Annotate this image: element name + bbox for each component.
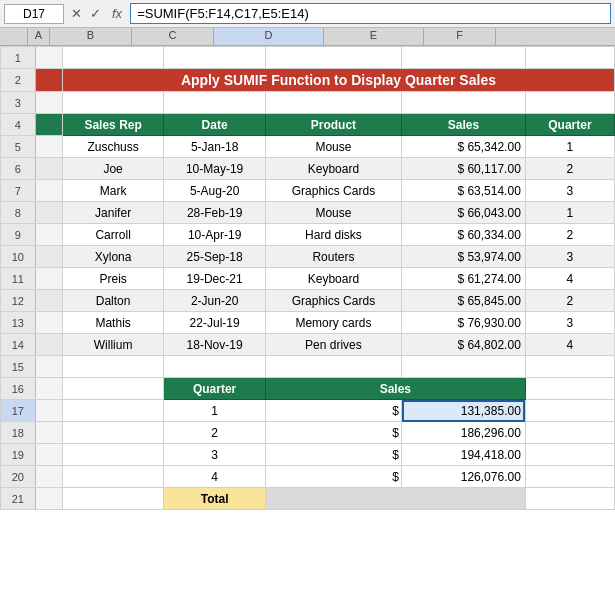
row-17: 17 1 $ 131,385.00 <box>1 400 615 422</box>
row-21: 21 Total <box>1 488 615 510</box>
summary-quarter-4: 4 <box>164 466 266 488</box>
total-value <box>265 488 525 510</box>
summary-value-1[interactable]: 131,385.00 <box>402 400 526 422</box>
rownum-4: 4 <box>1 114 36 136</box>
col-header-d: D <box>214 28 324 45</box>
header-sales: Sales <box>402 114 526 136</box>
header-date: Date <box>164 114 266 136</box>
confirm-icon[interactable]: ✓ <box>87 6 104 21</box>
formula-bar: D17 ✕ ✓ fx =SUMIF(F5:F14,C17,E5:E14) <box>0 0 615 28</box>
table-row: 14 Willium 18-Nov-19 Pen drives $ 64,802… <box>1 334 615 356</box>
header-quarter: Quarter <box>525 114 614 136</box>
rownum-1: 1 <box>1 47 36 69</box>
summary-value-4: 126,076.00 <box>402 466 526 488</box>
summary-quarter-3: 3 <box>164 444 266 466</box>
col-header-e: E <box>324 28 424 45</box>
col-header-a: A <box>28 28 50 45</box>
table-row: 12 Dalton 2-Jun-20 Graphics Cards $ 65,8… <box>1 290 615 312</box>
row-20: 20 4 $ 126,076.00 <box>1 466 615 488</box>
header-sales-rep: Sales Rep <box>62 114 164 136</box>
spreadsheet-title: Apply SUMIF Function to Display Quarter … <box>62 69 614 92</box>
table-row: 8 Janifer 28-Feb-19 Mouse $ 66,043.00 1 <box>1 202 615 224</box>
total-label: Total <box>164 488 266 510</box>
table-row: 11 Preis 19-Dec-21 Keyboard $ 61,274.00 … <box>1 268 615 290</box>
table-row: 10 Xylona 25-Sep-18 Routers $ 53,974.00 … <box>1 246 615 268</box>
spreadsheet-grid: 1 2 Apply SUMIF Function to Display Quar… <box>0 46 615 510</box>
cell-reference-box[interactable]: D17 <box>4 4 64 24</box>
fx-label: fx <box>108 6 126 21</box>
header-product: Product <box>265 114 401 136</box>
summary-value-2: 186,296.00 <box>402 422 526 444</box>
col-header-b: B <box>50 28 132 45</box>
table-row: 5 Zuschuss 5-Jan-18 Mouse $ 65,342.00 1 <box>1 136 615 158</box>
rownum-3: 3 <box>1 92 36 114</box>
row-4: 4 Sales Rep Date Product Sales Quarter <box>1 114 615 136</box>
table-row: 7 Mark 5-Aug-20 Graphics Cards $ 63,514.… <box>1 180 615 202</box>
summary-dollar-3: $ <box>265 444 401 466</box>
formula-input[interactable]: =SUMIF(F5:F14,C17,E5:E14) <box>130 3 611 24</box>
row-3: 3 <box>1 92 615 114</box>
summary-header-quarter: Quarter <box>164 378 266 400</box>
table-row: 13 Mathis 22-Jul-19 Memory cards $ 76,93… <box>1 312 615 334</box>
col-header-f: F <box>424 28 496 45</box>
row-1: 1 <box>1 47 615 69</box>
col-header-c: C <box>132 28 214 45</box>
row-15: 15 <box>1 356 615 378</box>
cancel-icon[interactable]: ✕ <box>68 6 85 21</box>
summary-value-3: 194,418.00 <box>402 444 526 466</box>
summary-dollar-2: $ <box>265 422 401 444</box>
summary-dollar-4: $ <box>265 466 401 488</box>
row-16: 16 Quarter Sales <box>1 378 615 400</box>
summary-header-sales: Sales <box>265 378 525 400</box>
summary-dollar-1: $ <box>265 400 401 422</box>
table-row: 6 Joe 10-May-19 Keyboard $ 60,117.00 2 <box>1 158 615 180</box>
summary-quarter-1: 1 <box>164 400 266 422</box>
row-2: 2 Apply SUMIF Function to Display Quarte… <box>1 69 615 92</box>
column-headers-row: A B C D E F <box>0 28 615 46</box>
rownum-2: 2 <box>1 69 36 92</box>
row-19: 19 3 $ 194,418.00 <box>1 444 615 466</box>
summary-quarter-2: 2 <box>164 422 266 444</box>
row-18: 18 2 $ 186,296.00 <box>1 422 615 444</box>
table-row: 9 Carroll 10-Apr-19 Hard disks $ 60,334.… <box>1 224 615 246</box>
